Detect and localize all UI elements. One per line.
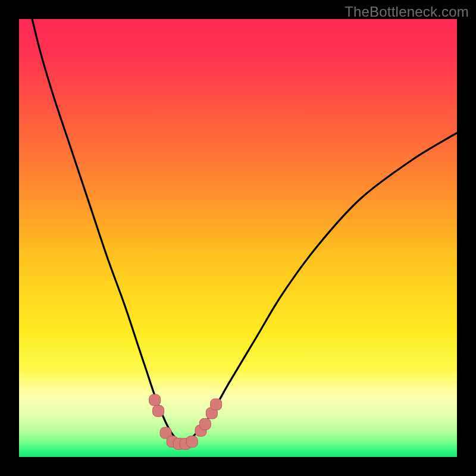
bottleneck-chart	[19, 19, 457, 457]
watermark-text: TheBottleneck.com	[345, 4, 469, 20]
gradient-background	[19, 19, 457, 457]
curve-marker	[153, 405, 164, 416]
chart-frame: TheBottleneck.com	[0, 0, 476, 476]
curve-marker	[211, 399, 222, 410]
curve-marker	[149, 394, 161, 406]
curve-marker	[186, 436, 198, 447]
curve-marker	[199, 418, 211, 430]
plot-area	[19, 19, 457, 457]
